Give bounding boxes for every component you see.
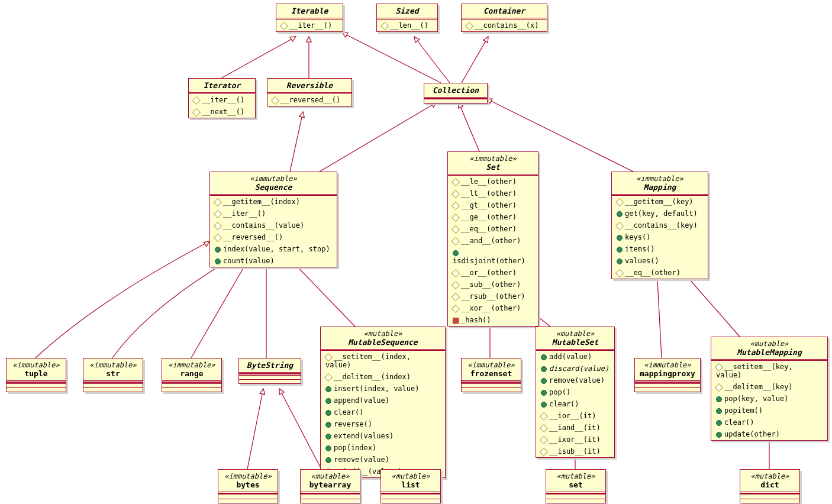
visibility-icon [280, 21, 288, 30]
method: discard(value) [536, 363, 614, 374]
method-text: __xor__(other) [461, 304, 521, 312]
class-Reversible: Reversible__reversed__() [267, 78, 352, 106]
stereotype: «mutable» [386, 472, 436, 480]
method: __delitem__(index) [321, 371, 445, 383]
visibility-icon [380, 21, 389, 30]
method-text: index(value, start, stop) [223, 245, 330, 253]
inheritance-arrow-icon [204, 241, 209, 247]
inheritance-line [221, 37, 296, 78]
class-header: «immutable»range [162, 358, 221, 382]
class-name: Sized [382, 7, 433, 15]
empty-section [301, 493, 360, 499]
method: __iter__() [189, 94, 255, 106]
class-Sized: Sized__len__() [376, 4, 438, 32]
inheritance-line [459, 102, 479, 151]
visibility-icon [716, 432, 722, 438]
class-header: «immutable»str [83, 358, 143, 382]
visibility-icon [452, 177, 460, 186]
method-text: add(value) [549, 353, 592, 361]
method: __getitem__(index) [210, 196, 337, 208]
stereotype: «immutable» [223, 472, 273, 480]
class-Collection: Collection [424, 83, 488, 104]
visibility-icon [452, 225, 460, 233]
empty-section [546, 499, 605, 503]
class-header: Iterator [189, 79, 255, 94]
inheritance-line [191, 259, 249, 358]
empty-section [83, 382, 143, 387]
class-name: Reversible [272, 81, 347, 90]
method: __iter__() [276, 20, 343, 31]
inheritance-arrow-icon [414, 37, 420, 43]
visibility-icon [325, 386, 331, 392]
method-text: clear() [334, 408, 364, 416]
method: __contains__(value) [210, 219, 337, 231]
method: remove(value) [321, 454, 445, 466]
empty-section [218, 493, 278, 499]
method-text: __lt__(other) [461, 189, 517, 198]
visibility-icon [465, 21, 473, 30]
stereotype: «mutable» [541, 329, 610, 338]
method-text: __reversed__() [223, 233, 283, 241]
method-text: __le__(other) [461, 177, 517, 186]
method: __le__(other) [448, 176, 538, 188]
visibility-icon [452, 213, 460, 221]
visibility-icon [325, 410, 331, 416]
class-header: «mutable»list [381, 470, 440, 493]
method-text: __isub__(it) [549, 447, 601, 455]
method: __setitem__(key, value) [711, 361, 827, 381]
method-text: extend(values) [334, 432, 394, 440]
method-text: pop() [549, 388, 570, 396]
inheritance-line [279, 389, 321, 469]
class-bytes: «immutable»bytes [218, 469, 278, 503]
method: popitem() [711, 405, 827, 416]
class-name: Iterable [281, 7, 338, 15]
inheritance-arrow-icon [483, 37, 488, 43]
visibility-icon [540, 424, 548, 432]
method: __delitem__(key) [711, 381, 827, 393]
empty-section [424, 99, 487, 103]
visibility-icon [214, 209, 222, 218]
visibility-icon [617, 259, 623, 264]
method: __contains__(key) [612, 219, 708, 231]
inheritance-arrow-icon [290, 37, 296, 41]
class-name: tuple [11, 369, 61, 378]
empty-section [740, 499, 799, 503]
class-header: Iterable [276, 4, 343, 20]
class-name: MutableSet [541, 338, 610, 347]
method: pop(index) [321, 442, 445, 454]
class-header: «immutable»tuple [7, 358, 66, 382]
method-text: items() [625, 245, 655, 253]
class-header: «immutable»Set [448, 152, 538, 176]
method-text: append(value) [334, 396, 389, 405]
method: values() [612, 255, 708, 267]
class-name: bytearray [305, 480, 355, 489]
visibility-icon [325, 445, 331, 451]
method: __eq__(other) [612, 267, 708, 279]
class-header: «immutable»mappingproxy [635, 358, 700, 382]
visibility-icon [615, 269, 624, 277]
method-text: __getitem__(key) [625, 198, 694, 206]
method-text: keys() [625, 233, 650, 241]
method: __contains__(x) [462, 20, 547, 31]
class-Sequence: «immutable»Sequence__getitem__(index)__i… [209, 172, 337, 267]
inheritance-line [247, 389, 263, 469]
class-header: «mutable»MutableMapping [711, 337, 827, 361]
empty-section [462, 387, 521, 392]
method-text: __eq__(other) [625, 269, 681, 277]
method: clear() [321, 406, 445, 418]
empty-section [301, 499, 360, 503]
visibility-icon [452, 237, 460, 245]
class-MutableMapping: «mutable»MutableMapping__setitem__(key, … [711, 337, 828, 441]
class-header: Reversible [267, 79, 351, 94]
method-text: __ge__(other) [461, 213, 517, 221]
class-name: MutableSequence [325, 338, 440, 347]
method-text: __iter__() [202, 96, 244, 104]
inheritance-arrow-icon [279, 389, 284, 395]
method-text: __contains__(x) [475, 21, 538, 30]
inheritance-arrow-icon [260, 389, 265, 395]
method-text: __next__() [202, 108, 244, 116]
visibility-icon [452, 292, 460, 301]
class-header: «immutable»Sequence [210, 172, 337, 196]
method-text: __or__(other) [461, 269, 517, 277]
inheritance-line [657, 269, 662, 358]
